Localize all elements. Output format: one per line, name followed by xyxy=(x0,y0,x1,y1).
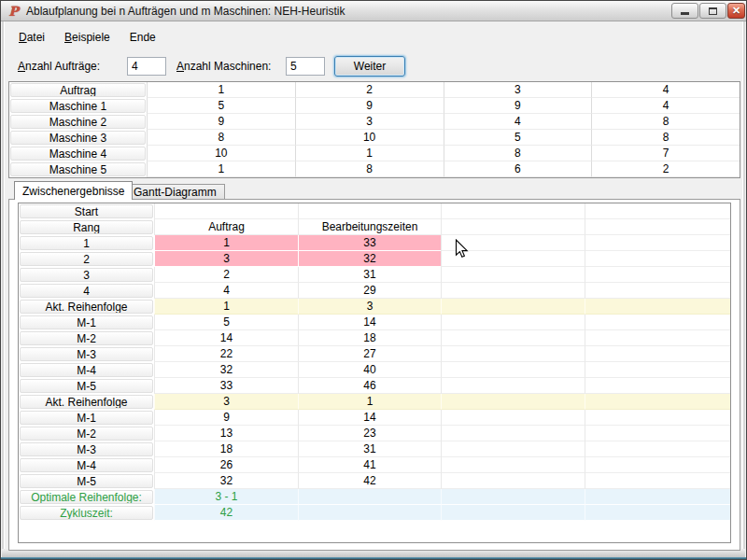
tab-gantt-diagramm[interactable]: Gantt-Diagramm xyxy=(125,184,225,200)
results-cell: 31 xyxy=(298,441,441,457)
matrix-cell: 1 xyxy=(147,161,295,177)
results-cell xyxy=(441,441,585,457)
results-cell: 42 xyxy=(298,473,441,489)
menu-item-datei[interactable]: Datei xyxy=(10,27,53,48)
results-row-header: Rang xyxy=(20,220,153,234)
results-cell: 41 xyxy=(298,457,441,473)
results-cell xyxy=(585,330,730,346)
results-row-header: 4 xyxy=(20,284,153,298)
results-cell: 32 xyxy=(154,473,298,489)
weiter-button[interactable]: Weiter xyxy=(334,56,405,77)
results-cell xyxy=(585,203,730,219)
matrix-cell: 2 xyxy=(295,82,444,98)
jobs-count-input[interactable] xyxy=(127,57,166,76)
tab-zwischenergebnisse[interactable]: Zwischenergebnisse xyxy=(14,181,133,200)
results-cell xyxy=(585,267,730,283)
results-cell xyxy=(441,394,585,410)
results-cell: Auftrag xyxy=(154,219,298,235)
app-logo-icon: P xyxy=(7,4,21,18)
results-cell xyxy=(585,410,730,426)
results-cell xyxy=(585,457,730,473)
menubar: Datei Beispiele Ende xyxy=(10,27,167,48)
results-row-header: M-3 xyxy=(20,442,153,456)
results-cell xyxy=(441,410,585,426)
results-cell: 18 xyxy=(298,330,441,346)
matrix-cell: 10 xyxy=(147,146,295,161)
results-row-header: 2 xyxy=(20,252,153,266)
close-button[interactable]: ✕ xyxy=(727,3,745,19)
matrix-cell: 8 xyxy=(147,130,295,146)
caption-buttons: ✕ xyxy=(670,3,745,19)
results-cell xyxy=(585,378,730,394)
results-cell: 40 xyxy=(298,362,441,378)
results-cell: 3 - 1 xyxy=(154,489,298,505)
maximize-button[interactable] xyxy=(699,3,726,19)
results-cell: 14 xyxy=(154,330,298,346)
results-cell: 31 xyxy=(298,267,441,283)
matrix-cell: 6 xyxy=(444,161,592,177)
matrix-cell: 1 xyxy=(147,82,295,98)
results-row-header: Akt. Reihenfolge xyxy=(20,395,153,409)
results-cell xyxy=(585,362,730,378)
results-cell: 32 xyxy=(154,362,298,378)
results-cell: 9 xyxy=(154,410,298,426)
results-cell xyxy=(441,283,585,299)
results-cell: 2 xyxy=(154,267,298,283)
matrix-row-header: Maschine 1 xyxy=(10,99,146,113)
window-title: Ablaufplanung bei n Aufträgen und m Masc… xyxy=(26,5,345,18)
minimize-button[interactable] xyxy=(671,3,698,19)
menu-item-beispiele[interactable]: Beispiele xyxy=(56,27,119,48)
results-cell: 14 xyxy=(298,315,441,330)
matrix-cell: 3 xyxy=(295,114,444,130)
results-row-header: 1 xyxy=(20,236,153,250)
results-cell: 3 xyxy=(154,394,298,410)
results-cell: 26 xyxy=(154,457,298,473)
results-cell: 22 xyxy=(154,346,298,362)
machines-count-input[interactable] xyxy=(286,57,325,76)
results-cell xyxy=(441,330,585,346)
results-cell xyxy=(441,267,585,283)
tabpage-zwischenergebnisse: StartRangAuftragBearbeitungszeiten113323… xyxy=(8,199,740,551)
window-frame-bottom-edge xyxy=(1,557,746,559)
results-row-header: M-5 xyxy=(20,379,153,393)
results-table: StartRangAuftragBearbeitungszeiten113323… xyxy=(18,203,731,543)
matrix-row-header: Maschine 2 xyxy=(10,115,146,129)
results-row-header: Zykluszeit: xyxy=(20,506,153,520)
results-cell: 46 xyxy=(298,378,441,394)
matrix-cell: 9 xyxy=(147,114,295,130)
matrix-cell: 9 xyxy=(444,98,592,114)
results-cell: Bearbeitungszeiten xyxy=(298,219,441,235)
matrix-row-header: Maschine 5 xyxy=(10,162,146,176)
results-row-header: 3 xyxy=(20,268,153,282)
results-cell: 4 xyxy=(154,283,298,299)
results-cell xyxy=(585,489,730,505)
results-cell: 13 xyxy=(154,426,298,441)
matrix-row-header: Maschine 4 xyxy=(10,147,146,161)
results-cell: 42 xyxy=(154,505,298,521)
results-cell xyxy=(585,235,730,251)
results-cell: 1 xyxy=(298,394,441,410)
matrix-cell: 2 xyxy=(591,161,740,177)
results-cell xyxy=(298,489,441,505)
results-row-header: M-1 xyxy=(20,315,153,329)
matrix-cell: 8 xyxy=(295,161,444,177)
matrix-cell: 8 xyxy=(591,130,740,146)
results-cell xyxy=(585,346,730,362)
results-cell xyxy=(441,378,585,394)
titlebar: P Ablaufplanung bei n Aufträgen und m Ma… xyxy=(1,1,746,21)
results-cell xyxy=(441,299,585,315)
results-cell: 23 xyxy=(298,426,441,441)
results-cell xyxy=(585,426,730,441)
results-cell: 29 xyxy=(298,283,441,299)
results-cell: 33 xyxy=(154,378,298,394)
results-cell xyxy=(441,219,585,235)
results-cell: 1 xyxy=(154,299,298,315)
matrix-cell: 3 xyxy=(444,82,592,98)
results-cell xyxy=(585,219,730,235)
results-cell xyxy=(585,251,730,267)
results-cell xyxy=(585,394,730,410)
matrix-cell: 5 xyxy=(147,98,295,114)
matrix-cell: 4 xyxy=(591,98,740,114)
menu-item-ende[interactable]: Ende xyxy=(121,27,164,48)
matrix-cell: 4 xyxy=(591,82,740,98)
